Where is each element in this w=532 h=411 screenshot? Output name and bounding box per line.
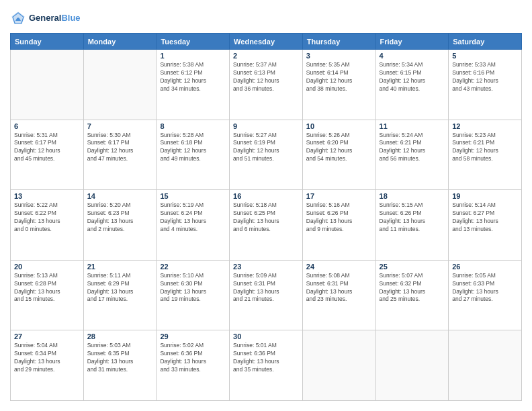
day-number: 29 — [160, 332, 226, 340]
day-info: Sunrise: 5:23 AM Sunset: 6:21 PM Dayligh… — [452, 132, 518, 164]
day-cell: 20Sunrise: 5:13 AM Sunset: 6:28 PM Dayli… — [11, 260, 84, 330]
day-number: 21 — [87, 263, 153, 271]
day-cell: 28Sunrise: 5:03 AM Sunset: 6:35 PM Dayli… — [83, 330, 157, 401]
day-info: Sunrise: 5:35 AM Sunset: 6:14 PM Dayligh… — [306, 61, 372, 93]
day-info: Sunrise: 5:27 AM Sunset: 6:19 PM Dayligh… — [233, 132, 299, 164]
day-number: 24 — [306, 263, 372, 271]
day-cell — [449, 330, 522, 401]
day-cell: 9Sunrise: 5:27 AM Sunset: 6:19 PM Daylig… — [230, 120, 303, 190]
day-cell: 8Sunrise: 5:28 AM Sunset: 6:18 PM Daylig… — [157, 120, 230, 190]
day-number: 19 — [452, 192, 518, 200]
day-cell — [11, 50, 84, 120]
day-number: 14 — [87, 192, 153, 200]
day-cell: 30Sunrise: 5:01 AM Sunset: 6:36 PM Dayli… — [230, 330, 303, 401]
day-cell: 24Sunrise: 5:08 AM Sunset: 6:31 PM Dayli… — [302, 260, 375, 330]
day-header-tuesday: Tuesday — [157, 34, 230, 50]
day-cell: 16Sunrise: 5:18 AM Sunset: 6:25 PM Dayli… — [230, 190, 303, 261]
day-info: Sunrise: 5:38 AM Sunset: 6:12 PM Dayligh… — [160, 61, 226, 93]
page: GeneralBlue SundayMondayTuesdayWednesday… — [0, 0, 532, 411]
day-info: Sunrise: 5:08 AM Sunset: 6:31 PM Dayligh… — [306, 272, 372, 304]
day-number: 9 — [233, 122, 299, 130]
logo: GeneralBlue — [10, 10, 81, 26]
day-cell: 4Sunrise: 5:34 AM Sunset: 6:15 PM Daylig… — [375, 50, 449, 120]
day-cell: 12Sunrise: 5:23 AM Sunset: 6:21 PM Dayli… — [449, 120, 522, 190]
day-cell: 6Sunrise: 5:31 AM Sunset: 6:17 PM Daylig… — [11, 120, 84, 190]
day-cell: 13Sunrise: 5:22 AM Sunset: 6:22 PM Dayli… — [11, 190, 84, 261]
day-number: 3 — [306, 52, 372, 60]
day-info: Sunrise: 5:33 AM Sunset: 6:16 PM Dayligh… — [452, 61, 518, 93]
day-info: Sunrise: 5:26 AM Sunset: 6:20 PM Dayligh… — [306, 132, 372, 164]
day-cell: 1Sunrise: 5:38 AM Sunset: 6:12 PM Daylig… — [157, 50, 230, 120]
day-info: Sunrise: 5:09 AM Sunset: 6:31 PM Dayligh… — [233, 272, 299, 304]
day-header-thursday: Thursday — [302, 34, 375, 50]
day-cell: 18Sunrise: 5:15 AM Sunset: 6:26 PM Dayli… — [375, 190, 449, 261]
day-header-saturday: Saturday — [449, 34, 522, 50]
day-cell: 7Sunrise: 5:30 AM Sunset: 6:17 PM Daylig… — [83, 120, 157, 190]
day-cell: 26Sunrise: 5:05 AM Sunset: 6:33 PM Dayli… — [449, 260, 522, 330]
day-info: Sunrise: 5:18 AM Sunset: 6:25 PM Dayligh… — [233, 201, 299, 234]
day-number: 23 — [233, 263, 299, 271]
day-number: 8 — [160, 122, 226, 130]
logo-icon — [10, 10, 26, 26]
logo-general: GeneralBlue — [29, 13, 81, 24]
day-number: 30 — [233, 332, 299, 340]
day-number: 7 — [87, 122, 153, 130]
day-info: Sunrise: 5:10 AM Sunset: 6:30 PM Dayligh… — [160, 272, 226, 304]
day-info: Sunrise: 5:04 AM Sunset: 6:34 PM Dayligh… — [14, 342, 80, 374]
day-header-friday: Friday — [375, 34, 449, 50]
day-number: 1 — [160, 52, 226, 60]
day-info: Sunrise: 5:22 AM Sunset: 6:22 PM Dayligh… — [14, 201, 80, 234]
day-number: 27 — [14, 332, 80, 340]
day-cell — [302, 330, 375, 401]
day-number: 6 — [14, 122, 80, 130]
day-info: Sunrise: 5:05 AM Sunset: 6:33 PM Dayligh… — [452, 272, 518, 304]
day-number: 26 — [452, 263, 518, 271]
day-number: 10 — [306, 122, 372, 130]
day-cell: 29Sunrise: 5:02 AM Sunset: 6:36 PM Dayli… — [157, 330, 230, 401]
day-cell: 17Sunrise: 5:16 AM Sunset: 6:26 PM Dayli… — [302, 190, 375, 261]
day-info: Sunrise: 5:30 AM Sunset: 6:17 PM Dayligh… — [87, 132, 153, 164]
calendar-table: SundayMondayTuesdayWednesdayThursdayFrid… — [10, 33, 522, 401]
day-info: Sunrise: 5:11 AM Sunset: 6:29 PM Dayligh… — [87, 272, 153, 304]
day-info: Sunrise: 5:24 AM Sunset: 6:21 PM Dayligh… — [380, 132, 445, 164]
day-info: Sunrise: 5:14 AM Sunset: 6:27 PM Dayligh… — [452, 201, 518, 234]
day-number: 22 — [160, 263, 226, 271]
week-row-2: 6Sunrise: 5:31 AM Sunset: 6:17 PM Daylig… — [11, 120, 522, 190]
day-info: Sunrise: 5:16 AM Sunset: 6:26 PM Dayligh… — [306, 201, 372, 234]
day-cell: 27Sunrise: 5:04 AM Sunset: 6:34 PM Dayli… — [11, 330, 84, 401]
day-number: 25 — [380, 263, 445, 271]
day-header-monday: Monday — [83, 34, 157, 50]
day-cell: 14Sunrise: 5:20 AM Sunset: 6:23 PM Dayli… — [83, 190, 157, 261]
day-info: Sunrise: 5:15 AM Sunset: 6:26 PM Dayligh… — [380, 201, 445, 234]
day-number: 28 — [87, 332, 153, 340]
week-row-5: 27Sunrise: 5:04 AM Sunset: 6:34 PM Dayli… — [11, 330, 522, 401]
day-cell: 19Sunrise: 5:14 AM Sunset: 6:27 PM Dayli… — [449, 190, 522, 261]
day-cell: 3Sunrise: 5:35 AM Sunset: 6:14 PM Daylig… — [302, 50, 375, 120]
day-number: 2 — [233, 52, 299, 60]
day-info: Sunrise: 5:34 AM Sunset: 6:15 PM Dayligh… — [380, 61, 445, 93]
day-number: 12 — [452, 122, 518, 130]
day-number: 4 — [380, 52, 445, 60]
day-cell — [83, 50, 157, 120]
week-row-1: 1Sunrise: 5:38 AM Sunset: 6:12 PM Daylig… — [11, 50, 522, 120]
day-cell: 23Sunrise: 5:09 AM Sunset: 6:31 PM Dayli… — [230, 260, 303, 330]
logo-text: GeneralBlue — [29, 13, 81, 24]
day-cell: 21Sunrise: 5:11 AM Sunset: 6:29 PM Dayli… — [83, 260, 157, 330]
header: GeneralBlue — [10, 10, 522, 26]
day-cell: 2Sunrise: 5:37 AM Sunset: 6:13 PM Daylig… — [230, 50, 303, 120]
day-cell — [375, 330, 449, 401]
day-info: Sunrise: 5:03 AM Sunset: 6:35 PM Dayligh… — [87, 342, 153, 374]
day-info: Sunrise: 5:01 AM Sunset: 6:36 PM Dayligh… — [233, 342, 299, 374]
day-number: 5 — [452, 52, 518, 60]
day-header-sunday: Sunday — [11, 34, 84, 50]
day-cell: 10Sunrise: 5:26 AM Sunset: 6:20 PM Dayli… — [302, 120, 375, 190]
day-number: 11 — [380, 122, 445, 130]
day-header-wednesday: Wednesday — [230, 34, 303, 50]
day-info: Sunrise: 5:28 AM Sunset: 6:18 PM Dayligh… — [160, 132, 226, 164]
header-row: SundayMondayTuesdayWednesdayThursdayFrid… — [11, 34, 522, 50]
day-info: Sunrise: 5:07 AM Sunset: 6:32 PM Dayligh… — [380, 272, 445, 304]
day-cell: 11Sunrise: 5:24 AM Sunset: 6:21 PM Dayli… — [375, 120, 449, 190]
day-number: 13 — [14, 192, 80, 200]
day-info: Sunrise: 5:02 AM Sunset: 6:36 PM Dayligh… — [160, 342, 226, 374]
week-row-3: 13Sunrise: 5:22 AM Sunset: 6:22 PM Dayli… — [11, 190, 522, 261]
